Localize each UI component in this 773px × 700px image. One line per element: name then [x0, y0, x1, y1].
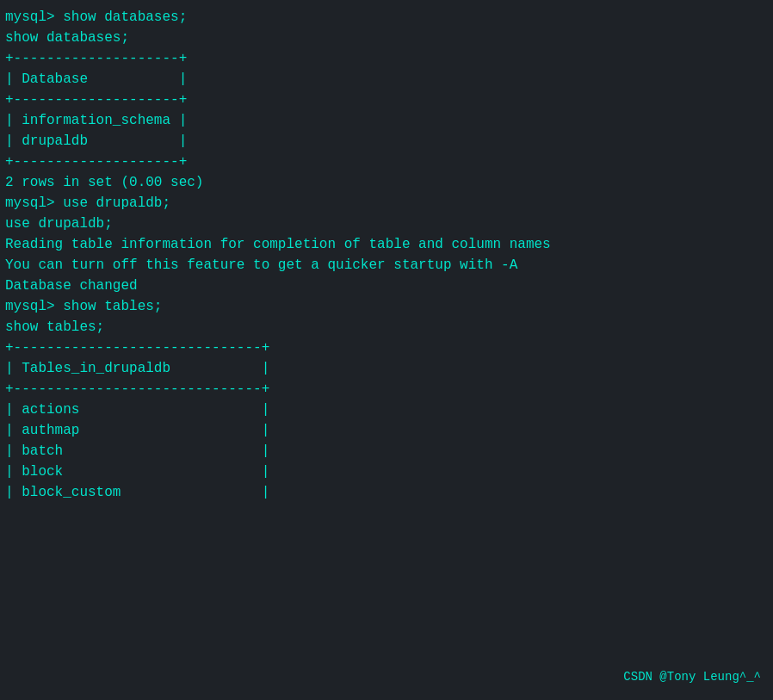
terminal-line: | information_schema |	[5, 110, 768, 131]
terminal-line: Reading table information for completion…	[5, 234, 768, 255]
terminal-line: +--------------------+	[5, 48, 768, 69]
terminal-line: | actions |	[5, 400, 768, 420]
terminal-line: Database changed	[5, 276, 768, 296]
terminal-line: | Tables_in_drupaldb |	[5, 358, 768, 379]
terminal-line: +------------------------------+	[5, 379, 768, 400]
terminal-line: show tables;	[5, 317, 768, 338]
terminal-line: +--------------------+	[5, 90, 768, 110]
terminal-line: mysql> show tables;	[5, 296, 768, 317]
terminal-line: | authmap |	[5, 420, 768, 441]
terminal-line: | Database |	[5, 69, 768, 90]
terminal-line: mysql> show databases;	[5, 7, 768, 28]
terminal-line: +--------------------+	[5, 152, 768, 172]
terminal-line: | drupaldb |	[5, 131, 768, 152]
terminal-line: +------------------------------+	[5, 338, 768, 358]
terminal-line: You can turn off this feature to get a q…	[5, 255, 768, 276]
terminal-line: show databases;	[5, 28, 768, 48]
terminal-line: | block_custom |	[5, 482, 768, 503]
watermark: CSDN @Tony Leung^_^	[623, 668, 761, 686]
terminal-line: 2 rows in set (0.00 sec)	[5, 172, 768, 193]
terminal-line: use drupaldb;	[5, 214, 768, 234]
terminal-output: mysql> show databases;show databases;+--…	[5, 7, 768, 503]
terminal-line: | batch |	[5, 441, 768, 462]
terminal-line: | block |	[5, 462, 768, 482]
terminal-window: mysql> show databases;show databases;+--…	[5, 7, 768, 693]
terminal-line: mysql> use drupaldb;	[5, 193, 768, 214]
